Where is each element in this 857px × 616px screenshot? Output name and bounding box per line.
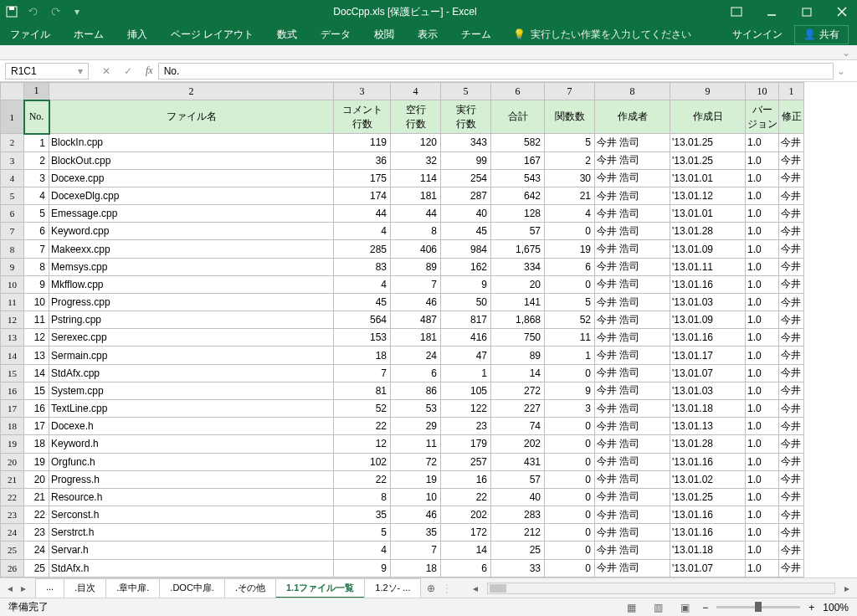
cell[interactable]: '13.01.16 <box>670 453 746 470</box>
cell[interactable]: 1,868 <box>491 311 545 329</box>
cell[interactable]: 今井 <box>779 151 804 169</box>
cell[interactable]: 9 <box>334 559 391 577</box>
cell[interactable]: '13.01.18 <box>670 542 746 559</box>
cell[interactable]: 1.0 <box>746 293 779 311</box>
cell[interactable]: 今井 <box>779 382 804 399</box>
cell[interactable]: 今井 <box>779 559 804 577</box>
cell[interactable]: 9 <box>545 382 595 399</box>
cell[interactable]: 1.0 <box>746 151 779 169</box>
normal-view-icon[interactable]: ▦ <box>622 600 640 615</box>
cell[interactable]: 1.0 <box>746 399 779 417</box>
cell[interactable]: 1 <box>545 346 595 364</box>
signin-link[interactable]: サインイン <box>732 28 783 42</box>
cell[interactable]: 285 <box>334 240 391 258</box>
cell[interactable]: 0 <box>545 470 595 488</box>
name-box-dropdown-icon[interactable]: ▾ <box>78 65 83 77</box>
column-header[interactable]: 8 <box>595 83 670 100</box>
cell[interactable]: 9 <box>24 275 49 293</box>
cell[interactable]: 257 <box>441 453 491 470</box>
cell[interactable]: 今井 <box>779 134 804 151</box>
cell[interactable]: 57 <box>491 470 545 488</box>
cell[interactable]: 642 <box>491 187 545 204</box>
cell[interactable]: 181 <box>391 187 441 204</box>
cell[interactable]: 今井 <box>779 275 804 293</box>
cell[interactable]: 29 <box>391 418 441 435</box>
row-header[interactable]: 4 <box>1 169 24 187</box>
cell[interactable]: 今井 浩司 <box>595 418 670 435</box>
column-header[interactable]: 4 <box>391 83 441 100</box>
cell[interactable]: 22 <box>24 506 49 524</box>
cell[interactable]: 今井 浩司 <box>595 275 670 293</box>
column-header[interactable]: 3 <box>334 83 391 100</box>
cell[interactable]: 今井 <box>779 470 804 488</box>
zoom-slider[interactable] <box>716 606 800 608</box>
page-break-view-icon[interactable]: ▣ <box>675 600 694 615</box>
cell[interactable]: 今井 <box>779 435 804 453</box>
row-header[interactable]: 26 <box>1 559 24 577</box>
cell[interactable]: 12 <box>24 329 49 346</box>
row-header[interactable]: 25 <box>1 542 24 559</box>
cell[interactable]: 16 <box>441 470 491 488</box>
cell[interactable]: 45 <box>334 293 391 311</box>
cell[interactable]: '13.01.11 <box>670 258 746 275</box>
table-header-cell[interactable]: バージョン <box>746 100 779 134</box>
column-header[interactable]: 10 <box>746 83 779 100</box>
cell[interactable]: 47 <box>441 346 491 364</box>
cell[interactable]: 181 <box>391 329 441 346</box>
cell[interactable]: 2 <box>24 151 49 169</box>
cell[interactable]: '13.01.12 <box>670 187 746 204</box>
cell[interactable]: Progress.cpp <box>49 293 334 311</box>
cell[interactable]: 40 <box>441 205 491 223</box>
cell[interactable]: 35 <box>334 506 391 524</box>
cell[interactable]: 141 <box>491 293 545 311</box>
cell[interactable]: 5 <box>334 524 391 542</box>
cell[interactable]: 564 <box>334 311 391 329</box>
cell[interactable]: Serstrct.h <box>49 524 334 542</box>
horizontal-scrollbar[interactable] <box>487 583 835 594</box>
tell-me-search[interactable]: 💡 実行したい作業を入力してください <box>513 28 691 42</box>
row-header[interactable]: 11 <box>1 293 24 311</box>
cell[interactable]: '13.01.16 <box>670 524 746 542</box>
cell[interactable]: 今井 浩司 <box>595 169 670 187</box>
cell[interactable]: 4 <box>334 542 391 559</box>
cell[interactable]: 今井 <box>779 488 804 506</box>
cell[interactable]: '13.01.16 <box>670 329 746 346</box>
cell[interactable]: 今井 浩司 <box>595 258 670 275</box>
cell[interactable]: 45 <box>441 223 491 240</box>
cell[interactable]: 179 <box>441 435 491 453</box>
cell[interactable]: 5 <box>545 293 595 311</box>
cell[interactable]: 0 <box>545 524 595 542</box>
accept-formula-icon[interactable]: ✓ <box>121 65 136 77</box>
sheet-tab[interactable]: .その他 <box>224 578 276 598</box>
cell[interactable]: Docexe.cpp <box>49 169 334 187</box>
cell[interactable]: TextLine.cpp <box>49 399 334 417</box>
cell[interactable]: '13.01.16 <box>670 275 746 293</box>
cell[interactable]: 1.0 <box>746 382 779 399</box>
cell[interactable]: 1.0 <box>746 311 779 329</box>
cell[interactable]: 89 <box>391 258 441 275</box>
expand-ribbon-icon[interactable]: ⌄ <box>842 47 850 59</box>
cell[interactable]: 15 <box>24 382 49 399</box>
cell[interactable]: 343 <box>441 134 491 151</box>
row-header[interactable]: 13 <box>1 329 24 346</box>
cell[interactable]: 21 <box>24 488 49 506</box>
cell[interactable]: 287 <box>441 187 491 204</box>
cell[interactable]: 6 <box>391 364 441 382</box>
cell[interactable]: 1.0 <box>746 329 779 346</box>
sheet-tab[interactable]: .目次 <box>64 578 106 598</box>
table-header-cell[interactable]: 作成者 <box>595 100 670 134</box>
cell[interactable]: 202 <box>441 506 491 524</box>
cell[interactable]: 17 <box>24 418 49 435</box>
cell[interactable]: '13.01.07 <box>670 364 746 382</box>
cell[interactable]: 10 <box>391 488 441 506</box>
cell[interactable]: '13.01.03 <box>670 293 746 311</box>
cell[interactable]: 1.0 <box>746 169 779 187</box>
tab-layout[interactable]: ページ レイアウト <box>169 24 255 45</box>
cell[interactable]: 今井 <box>779 329 804 346</box>
row-header[interactable]: 22 <box>1 488 24 506</box>
cell[interactable]: 1.0 <box>746 559 779 577</box>
cell[interactable]: 334 <box>491 258 545 275</box>
cell[interactable]: 487 <box>391 311 441 329</box>
expand-formula-bar-icon[interactable]: ⌄ <box>837 65 845 77</box>
tab-file[interactable]: ファイル <box>8 24 52 45</box>
